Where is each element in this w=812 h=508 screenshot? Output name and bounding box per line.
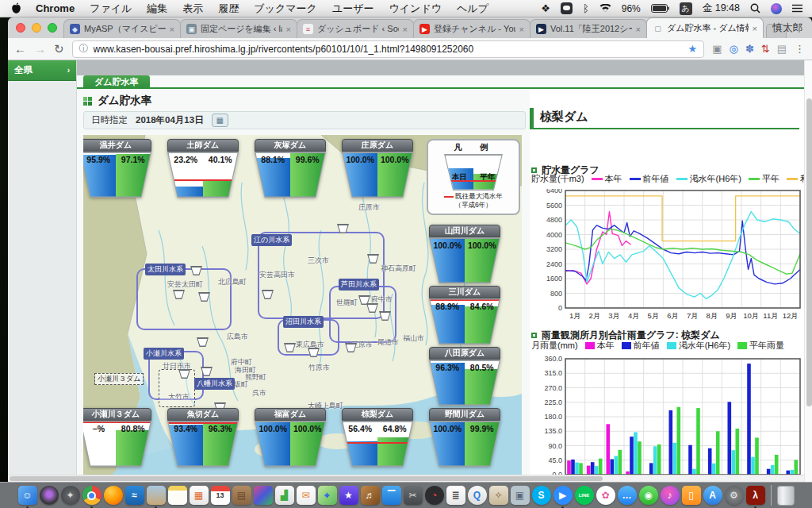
trash-icon[interactable] <box>777 486 795 506</box>
menu-item-2[interactable]: ファイル <box>90 2 132 16</box>
browser-tab-2[interactable]: ▣固定ページを編集 ‹ landi× <box>180 19 297 38</box>
menu-item-3[interactable]: 編集 <box>147 2 167 16</box>
menu-item-6[interactable]: ブックマーク <box>254 2 317 16</box>
site-info-icon[interactable]: ⓘ <box>79 42 89 56</box>
photos-icon[interactable]: ✿ <box>596 486 615 505</box>
tab-close-icon[interactable]: × <box>286 25 291 34</box>
photo-frame-icon[interactable]: ▣ <box>511 486 530 505</box>
list-app-icon[interactable]: ≣ <box>446 486 465 505</box>
activity-monitor-icon[interactable]: ◔ <box>425 486 444 505</box>
extension-target[interactable]: ◎ <box>730 43 738 55</box>
firefox-icon[interactable] <box>104 486 123 505</box>
menu-item-9[interactable]: ヘルプ <box>457 2 488 16</box>
bluetooth-icon[interactable]: ᛒ <box>583 2 589 14</box>
itunes-icon[interactable]: ♪ <box>661 486 680 505</box>
dam-widget[interactable]: 灰塚ダム88.1%99.6% <box>255 139 326 198</box>
menu-item-4[interactable]: 表示 <box>182 2 203 16</box>
browser-menu-icon[interactable]: ⋮ <box>795 43 806 55</box>
preview-photo-icon[interactable] <box>147 486 166 505</box>
acrobat-icon[interactable]: λ <box>746 486 765 505</box>
dam-widget[interactable]: 温井ダム95.9%97.1% <box>83 139 151 198</box>
wallpaper-app-icon[interactable] <box>254 486 273 505</box>
sidebar-item-zenken[interactable]: 全県 › <box>8 60 76 81</box>
browser-tab-3[interactable]: ≡ダッシュボード ‹ Social× <box>297 19 414 38</box>
tab-close-icon[interactable]: × <box>636 25 641 34</box>
dam-widget[interactable]: 土師ダム23.2%40.1% <box>167 139 239 198</box>
tab-close-icon[interactable]: × <box>170 25 174 34</box>
wifi-icon[interactable] <box>599 4 611 13</box>
chrome-icon[interactable] <box>82 486 102 505</box>
siri-icon[interactable] <box>771 3 782 14</box>
browser-tab-4[interactable]: ▶登録チャンネル - YouTub× <box>413 19 530 38</box>
browser-tab-5[interactable]: ▶Vol.11「陸王2012シーズ× <box>530 19 647 38</box>
quicktime-icon[interactable]: Q <box>468 486 487 505</box>
extension-social[interactable]: ✽ <box>745 43 754 55</box>
minimize-window-button[interactable] <box>32 23 41 33</box>
tab-close-icon[interactable]: × <box>519 25 524 34</box>
reminders-grid-icon[interactable]: ▦ <box>190 486 209 505</box>
dam-widget[interactable]: 福富ダム100.0%100.0% <box>255 408 326 467</box>
calendar-icon[interactable]: 13 <box>211 486 230 505</box>
menu-item-7[interactable]: ユーザー <box>332 2 374 16</box>
horizontal-scrollbar[interactable] <box>8 475 804 482</box>
launchpad-icon[interactable]: ✦ <box>61 486 80 505</box>
url-text[interactable]: www.kasen-bousai.pref.hiroshima.lg.jp/ri… <box>94 44 684 55</box>
dam-widget[interactable]: 小瀬川３ダム−%80.8% <box>83 408 151 467</box>
openoffice-icon[interactable]: ≈ <box>125 486 144 505</box>
dam-widget[interactable]: 八田原ダム96.3%80.5% <box>429 347 500 406</box>
system-preferences-icon[interactable]: ⚙ <box>725 486 744 505</box>
mail-app-icon[interactable]: ✉ <box>297 486 316 505</box>
reload-button[interactable]: ↻ <box>54 42 64 56</box>
tab-close-icon[interactable]: × <box>753 24 757 33</box>
extension-puzzle[interactable]: ▤ <box>777 43 787 55</box>
line-icon[interactable] <box>561 2 573 14</box>
tab-close-icon[interactable]: × <box>403 25 408 34</box>
ibooks-icon[interactable]: ▯ <box>682 486 701 505</box>
browser-tab-6[interactable]: ▢ダム貯水率 - ダム情報 - × <box>646 17 764 38</box>
keynote-icon[interactable]: ▔ <box>382 486 401 505</box>
vertical-scrollbar[interactable] <box>804 60 812 482</box>
spotlight-icon[interactable] <box>750 3 760 13</box>
finder-icon[interactable]: ☺ <box>18 486 37 505</box>
close-window-button[interactable] <box>16 23 25 33</box>
browser-profile-name[interactable]: 慎太郎 <box>773 21 803 35</box>
extension-sync-arrows[interactable]: ⇅ <box>761 43 770 55</box>
page-tab-dam-storage[interactable]: ダム貯水率 <box>83 75 150 89</box>
dropbox-icon[interactable]: ❖ <box>541 2 550 14</box>
skype-icon[interactable]: S <box>532 486 551 505</box>
browser-tab-1[interactable]: ◆MyASP（マイスピー）× <box>63 19 181 38</box>
forward-button[interactable]: → <box>34 42 46 56</box>
dam-widget[interactable]: 三川ダム88.9%84.6% <box>429 286 500 344</box>
line-icon[interactable]: LINE <box>575 486 594 505</box>
dam-widget[interactable]: 山田川ダム100.0%100.0% <box>429 225 500 283</box>
menu-item-1[interactable]: Chrome <box>36 2 75 14</box>
address-bar[interactable]: ⓘ www.kasen-bousai.pref.hiroshima.lg.jp/… <box>72 40 705 58</box>
calendar-button[interactable]: ▦ <box>212 114 228 127</box>
notification-center-icon[interactable] <box>792 4 802 13</box>
stats-chart-icon[interactable]: ▟ <box>275 486 294 505</box>
facetime-icon[interactable]: ◉ <box>639 486 658 505</box>
dam-widget[interactable]: 庄原ダム100.0%100.0% <box>342 139 413 198</box>
dam-widget[interactable]: 野間川ダム100.0%99.9% <box>429 408 500 467</box>
imovie-icon[interactable]: ★ <box>339 486 358 505</box>
zoom-camera-icon[interactable]: ▶ <box>553 486 573 505</box>
menu-item-8[interactable]: ウインドウ <box>389 2 442 16</box>
appstore-icon[interactable]: A <box>703 486 722 505</box>
messages-icon[interactable]: … <box>618 486 637 505</box>
zoom-window-button[interactable] <box>48 23 57 33</box>
bookmark-star-icon[interactable]: ★ <box>688 43 698 55</box>
maps-icon[interactable]: ⌖ <box>318 486 337 505</box>
keychain-icon[interactable]: ✧ <box>489 486 508 505</box>
menu-clock[interactable]: 金 19:48 <box>703 2 740 15</box>
apple-icon[interactable] <box>11 2 21 14</box>
siri-icon[interactable] <box>40 486 59 505</box>
dam-widget[interactable]: 魚切ダム93.4%96.3% <box>167 408 239 467</box>
extension-clip[interactable]: ▣ <box>712 43 722 55</box>
utility-icon[interactable]: ✂ <box>404 486 423 505</box>
notes-icon[interactable] <box>168 486 187 505</box>
input-method-badge[interactable]: あ <box>680 2 692 15</box>
vertical-scrollbar-thumb[interactable] <box>806 98 812 406</box>
battery-icon[interactable] <box>651 4 669 13</box>
horizontal-scrollbar-thumb[interactable] <box>10 476 603 481</box>
menu-item-5[interactable]: 履歴 <box>218 2 239 16</box>
